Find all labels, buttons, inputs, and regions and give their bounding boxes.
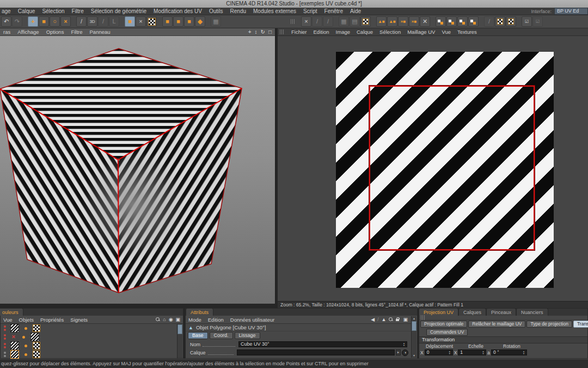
type-projection-button[interactable]: Type de projection — [526, 321, 572, 328]
toolbar-grip[interactable] — [291, 19, 296, 24]
menu-aide[interactable]: Aide — [350, 8, 361, 14]
cube-mode-1-icon[interactable]: ■ — [162, 16, 173, 27]
material-dot-icon[interactable] — [24, 327, 27, 330]
tab-calques[interactable]: Calques — [458, 308, 486, 316]
visibility-dots[interactable] — [4, 343, 6, 348]
colors-menu-proprietes[interactable]: Propriétés — [40, 317, 64, 323]
visibility-dots[interactable] — [4, 325, 6, 331]
tab-lissage[interactable]: Lissage — [235, 332, 260, 339]
menu-image[interactable]: age — [2, 8, 11, 14]
tab-base[interactable]: Base — [188, 332, 208, 339]
echelle-x-input[interactable]: 1▲▼ — [458, 349, 486, 355]
tab-projection-uv[interactable]: Projection UV — [419, 308, 458, 316]
name-input[interactable]: Cube UV 30° ▲▼ — [238, 341, 407, 347]
search-icon[interactable] — [156, 317, 160, 322]
viewport-menu-options[interactable]: Options — [46, 29, 64, 35]
texture-menubar-grip[interactable] — [280, 29, 285, 34]
orbit-icon[interactable]: ↻ — [261, 29, 265, 35]
tab-couleurs[interactable]: ouleurs — [0, 308, 23, 316]
checkbox-2-icon[interactable]: ☑ — [532, 16, 543, 27]
cube-textured-icon[interactable]: ◆ — [195, 16, 205, 27]
viewport-menu-filtre[interactable]: Filtre — [71, 29, 82, 35]
attr-menu-donnees[interactable]: Données utilisateur — [230, 317, 274, 323]
grid-icon[interactable]: ▦ — [339, 16, 349, 27]
object-row-3[interactable] — [1, 341, 183, 350]
uv-cube-4-icon[interactable]: ×■ — [409, 16, 419, 27]
checker-x2-icon[interactable] — [506, 16, 516, 27]
checker-tag-icon[interactable] — [33, 351, 40, 358]
object-row-2[interactable]: ✕ — [1, 333, 183, 341]
uv-cube-2-icon[interactable]: ▲■ — [387, 16, 397, 27]
cube-mode-2-icon[interactable]: ■ — [173, 16, 183, 27]
uv-brush-1-icon[interactable]: / — [312, 16, 322, 27]
rotation-input[interactable]: 0 °▲▼ — [491, 349, 527, 355]
menu-script[interactable]: Script — [303, 8, 317, 14]
material-dot-icon[interactable] — [24, 345, 27, 347]
workplane-icon[interactable]: L — [109, 16, 119, 27]
colors-menu-signets[interactable]: Signets — [70, 317, 88, 323]
lock-icon[interactable] — [396, 317, 400, 322]
uv-cross-big-icon[interactable]: ✕ — [420, 16, 430, 27]
pair-4-icon[interactable] — [468, 16, 479, 27]
redo-icon[interactable]: ↷ — [12, 16, 22, 27]
scroll-down-icon[interactable]: ▼ — [413, 353, 415, 358]
checkbox-1-icon[interactable]: ☑ — [522, 16, 532, 27]
uv-texture-image[interactable] — [336, 52, 554, 288]
deplacement-x-input[interactable]: 0▲▼ — [425, 349, 453, 355]
viewport-menu-cameras[interactable]: ras — [3, 29, 10, 35]
stripe-texture-icon[interactable] — [10, 324, 19, 333]
pair-2-icon[interactable] — [446, 16, 457, 27]
pan-icon[interactable]: + — [248, 29, 252, 35]
object-row-1[interactable] — [1, 324, 183, 333]
texture-menu-calque[interactable]: Calque — [357, 29, 373, 35]
uv-cross-icon[interactable]: × — [301, 16, 311, 27]
colors-menu-vue[interactable]: Vue — [3, 317, 13, 323]
pair-3-icon[interactable] — [457, 16, 468, 27]
texture-menu-image[interactable]: Image — [336, 29, 350, 35]
pair-1-icon[interactable] — [436, 16, 446, 27]
attr-menu-edition[interactable]: Edition — [208, 317, 224, 323]
menu-outils[interactable]: Outils — [209, 8, 223, 14]
menu-selection-geometrie[interactable]: Sélection de géométrie — [91, 8, 146, 14]
page-icon[interactable]: ▤ — [350, 16, 360, 27]
object-list-scrollbar[interactable] — [177, 324, 182, 358]
checker-select-icon[interactable] — [360, 16, 371, 27]
texture-menu-selection[interactable]: Sélection — [379, 29, 401, 35]
texture-menu-edition[interactable]: Edition — [314, 29, 329, 35]
scrollbar-thumb[interactable] — [177, 324, 182, 334]
uv-brush-2-icon[interactable]: / — [323, 16, 333, 27]
uv-panel-grip[interactable] — [419, 316, 587, 320]
object-row-4[interactable] — [1, 350, 183, 359]
texture-canvas[interactable] — [278, 36, 588, 301]
tab-attributs[interactable]: Attributs — [186, 308, 213, 316]
layer-input[interactable] — [237, 349, 395, 355]
attr-menu-mode[interactable]: Mode — [188, 317, 201, 323]
menu-selection[interactable]: Sélection — [42, 8, 64, 14]
transformation-section-header[interactable]: Transformation — [419, 336, 587, 343]
tab-pinceaux[interactable]: Pinceaux — [486, 308, 516, 316]
window-titlebar[interactable]: CINEMA 4D R14.042 Studio - [exemples UV … — [0, 0, 588, 8]
uv-points-mode-icon[interactable]: × — [136, 16, 146, 27]
material-dot-icon[interactable] — [22, 336, 25, 339]
panel-icon[interactable]: ▣ — [403, 317, 408, 322]
menu-filtre[interactable]: Filtre — [72, 8, 84, 14]
back-icon[interactable]: ◀ — [371, 317, 375, 322]
texture-menu-fichier[interactable]: Fichier — [291, 29, 307, 35]
relacher-maillage-button[interactable]: Relâcher le maillage UV — [468, 321, 525, 328]
colors-menu-objets[interactable]: Objets — [19, 317, 34, 323]
viewport-menu-affichage[interactable]: Affichage — [17, 29, 39, 35]
search-icon[interactable] — [389, 317, 393, 322]
viewport-3d-canvas[interactable] — [0, 36, 275, 304]
viewport-menu-panneau[interactable]: Panneau — [90, 29, 111, 35]
menu-modules-externes[interactable]: Modules externes — [253, 8, 296, 14]
stripe-texture-icon[interactable] — [30, 333, 39, 341]
checker-x1-icon[interactable] — [495, 16, 505, 27]
checker-frame-icon[interactable] — [146, 16, 157, 27]
stripe-texture-icon[interactable] — [10, 341, 19, 350]
texture-menu-textures[interactable]: Textures — [457, 29, 477, 35]
menu-fenetre[interactable]: Fenêtre — [324, 8, 343, 14]
menu-rendu[interactable]: Rendu — [230, 8, 246, 14]
visibility-dots[interactable] — [4, 352, 6, 357]
scrollbar-thumb[interactable] — [412, 321, 416, 331]
rotate-tool-icon[interactable]: ○ — [50, 16, 60, 27]
